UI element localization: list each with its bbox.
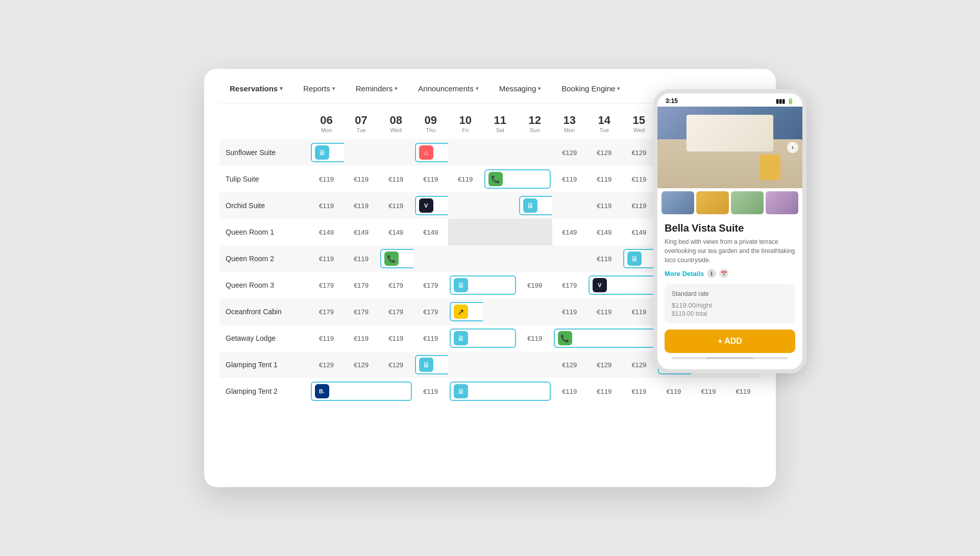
table-row: Glamping Tent 2 B. €119 🖥 [219, 378, 761, 405]
add-button[interactable]: + ADD [665, 330, 795, 353]
cell-sunflower-06[interactable]: 🖥 [309, 139, 344, 166]
cell-q3-09: €179 [413, 272, 448, 298]
room-name-getaway: Getaway Lodge [219, 325, 309, 351]
cell-q1-15: €149 [622, 219, 656, 245]
cell-gl-08: €119 [379, 325, 413, 351]
cell-q3-10[interactable]: 🖥 [448, 272, 483, 298]
cell-q2-07: €119 [344, 245, 379, 272]
room-name-tulip: Tulip Suite [219, 166, 309, 192]
cell-gt1-11 [483, 351, 518, 378]
monitor-icon8: 🖥 [454, 331, 468, 345]
nav-booking-engine[interactable]: Booking Engine ▾ [561, 84, 620, 93]
nav-reservations[interactable]: Reservations ▾ [230, 84, 283, 93]
cell-gt1-08: €129 [379, 351, 413, 378]
cell-gt1-10 [448, 351, 483, 378]
cell-orchid-11 [483, 192, 518, 219]
cell-q2-08[interactable]: 📞 [379, 245, 413, 272]
cell-tulip-11[interactable]: 📞 [483, 166, 518, 192]
day-07: 07Tue [344, 109, 379, 139]
nav-reminders[interactable]: Reminders ▾ [356, 84, 398, 93]
cell-orchid-12[interactable]: 🖥 [518, 192, 552, 219]
cell-gt2-07 [344, 378, 379, 405]
cell-gt2-16: €119 [656, 378, 691, 405]
cell-q3-14[interactable]: V [587, 272, 622, 298]
cell-gt1-14: €129 [587, 351, 622, 378]
nav-messaging[interactable]: Messaging ▾ [499, 84, 542, 93]
day-09: 09Thu [413, 109, 448, 139]
nav-booking-engine-label: Booking Engine [561, 84, 615, 93]
cell-gt1-15: €129 [622, 351, 656, 378]
cell-q3-07: €179 [344, 272, 379, 298]
thumbnail-1[interactable] [662, 191, 694, 214]
monitor-icon10: 🖥 [454, 384, 468, 398]
thumbnail-4[interactable] [766, 191, 798, 214]
cell-gt2-15: €119 [622, 378, 656, 405]
nav-announcements[interactable]: Announcements ▾ [418, 84, 478, 93]
thumbnail-3[interactable] [731, 191, 764, 214]
cell-q3-15 [622, 272, 656, 298]
cell-orchid-15: €119 [622, 192, 656, 219]
cell-orchid-06: €119 [309, 192, 344, 219]
nav-announcements-chevron: ▾ [476, 85, 479, 92]
signal-icon: ▮▮▮ [776, 98, 785, 105]
cell-q2-14: €119 [587, 245, 622, 272]
cell-gt2-10[interactable]: 🖥 [448, 378, 483, 405]
nav-messaging-chevron: ▾ [538, 85, 541, 92]
cell-gt2-09: €119 [413, 378, 448, 405]
phone-icon: 📞 [488, 172, 503, 186]
room-name-sunflower: Sunflower Suite [219, 139, 309, 166]
vestaboard-icon: V [419, 198, 433, 213]
cell-gt1-13: €129 [552, 351, 587, 378]
calendar-icon[interactable]: 📅 [719, 269, 728, 278]
monitor-icon6: 🖥 [627, 251, 642, 266]
cell-gt1-09[interactable]: 🖥 [413, 351, 448, 378]
cell-tulip-14: €119 [587, 166, 622, 192]
cell-gt2-11 [483, 378, 518, 405]
cell-oc-12 [518, 298, 552, 325]
cell-oc-09: €179 [413, 298, 448, 325]
nav-reminders-chevron: ▾ [395, 85, 398, 92]
cell-q3-08: €179 [379, 272, 413, 298]
cell-orchid-10 [448, 192, 483, 219]
nav-reservations-chevron: ▾ [280, 85, 283, 92]
cell-gt1-07: €129 [344, 351, 379, 378]
thumbnail-row [657, 188, 802, 217]
nav-booking-engine-chevron: ▾ [617, 85, 620, 92]
room-name-oceanfront: Oceanfront Cabin [219, 298, 309, 325]
cell-sunflower-14: €129 [587, 139, 622, 166]
day-10: 10Fri [448, 109, 483, 139]
cell-q2-15[interactable]: 🖥 [622, 245, 656, 272]
suite-title: Bella Vista Suite [665, 222, 795, 234]
nav-reminders-label: Reminders [356, 84, 393, 93]
day-14: 14Tue [587, 109, 622, 139]
cell-sunflower-11 [483, 139, 518, 166]
cell-tulip-10: €119 [448, 166, 483, 192]
main-container: Reservations ▾ Reports ▾ Reminders ▾ Ann… [204, 69, 776, 487]
cell-tulip-13: €119 [552, 166, 587, 192]
cell-q3-12: €199 [518, 272, 552, 298]
cell-sunflower-09[interactable]: ⌂ [413, 139, 448, 166]
mobile-hero-image: › [657, 107, 802, 188]
day-08: 08Wed [379, 109, 413, 139]
cell-q3-13: €179 [552, 272, 587, 298]
cell-q2-06: €119 [309, 245, 344, 272]
nav-reports[interactable]: Reports ▾ [303, 84, 335, 93]
day-06: 06Mon [309, 109, 344, 139]
cell-gl-13[interactable]: 📞 [552, 325, 587, 351]
room-name-glamping2: Glamping Tent 2 [219, 378, 309, 405]
cell-gl-10[interactable]: 🖥 [448, 325, 483, 351]
cell-oc-10[interactable]: ↗ [448, 298, 483, 325]
rate-label: Standard rate [672, 290, 788, 297]
battery-icon: 🔋 [787, 98, 794, 105]
cell-orchid-09[interactable]: V [413, 192, 448, 219]
cell-tulip-07: €119 [344, 166, 379, 192]
monitor-icon9: 🖥 [419, 358, 433, 372]
image-next-arrow[interactable]: › [787, 142, 798, 153]
add-button-label: + ADD [718, 337, 742, 346]
thumbnail-2[interactable] [696, 191, 729, 214]
cell-tulip-08: €119 [379, 166, 413, 192]
monitor-icon: 🖥 [315, 145, 329, 160]
more-details-label[interactable]: More Details [665, 270, 704, 277]
info-icon[interactable]: ℹ [707, 269, 716, 278]
cell-gt2-06[interactable]: B. [309, 378, 344, 405]
